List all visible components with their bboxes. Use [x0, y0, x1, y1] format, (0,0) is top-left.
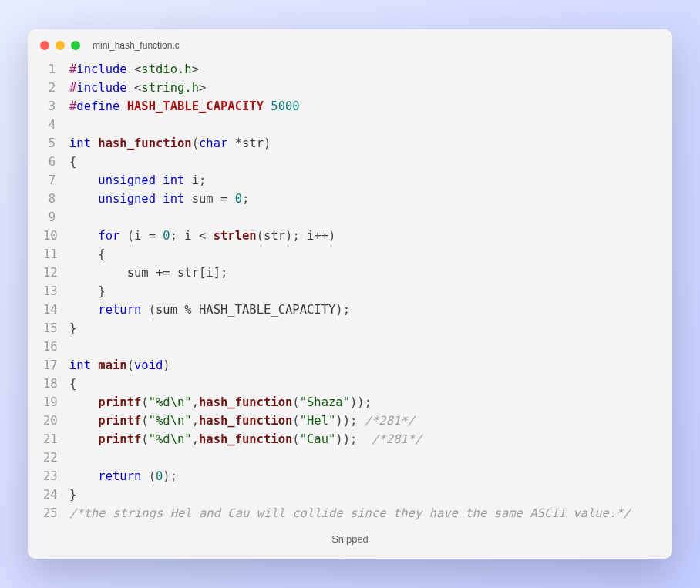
code-content[interactable]: #include <stdio.h>: [69, 60, 657, 79]
token-punct: (: [141, 303, 156, 317]
code-content[interactable]: #define HASH_TABLE_CAPACITY 5000: [69, 97, 657, 116]
token-fn: printf: [98, 395, 141, 409]
line-number: 18: [43, 375, 69, 393]
code-content[interactable]: {: [69, 375, 657, 393]
code-line[interactable]: 15}: [43, 319, 657, 338]
code-line[interactable]: 5int hash_function(char *str): [43, 134, 657, 153]
code-content[interactable]: [69, 338, 657, 356]
code-content[interactable]: [69, 208, 657, 227]
token-macro: HASH_TABLE_CAPACITY: [127, 99, 264, 113]
code-content[interactable]: return (0);: [69, 467, 657, 486]
zoom-icon[interactable]: [71, 41, 80, 50]
code-line[interactable]: 17int main(void): [43, 356, 657, 375]
code-content[interactable]: int hash_function(char *str): [69, 134, 657, 153]
editor-window: mini_hash_function.c 1#include <stdio.h>…: [28, 29, 672, 559]
token-cmt: /*the strings Hel and Cau will collide s…: [69, 506, 631, 520]
code-content[interactable]: unsigned int i;: [69, 171, 657, 190]
code-line[interactable]: 25/*the strings Hel and Cau will collide…: [43, 504, 657, 522]
token-kw: char: [199, 136, 227, 150]
token-kw: for: [98, 229, 119, 243]
code-content[interactable]: printf("%d\n",hash_function("Hel")); /*2…: [69, 412, 657, 430]
code-line[interactable]: 11 {: [43, 245, 657, 264]
code-content[interactable]: [69, 449, 657, 467]
token-id: i: [192, 173, 199, 187]
line-number: 16: [43, 338, 69, 356]
code-line[interactable]: 1#include <stdio.h>: [43, 60, 657, 79]
token-punct: [264, 99, 271, 113]
token-punct: ): [163, 358, 170, 372]
token-punct: ));: [350, 395, 372, 409]
code-content[interactable]: int main(void): [69, 356, 657, 375]
token-kw: int: [69, 358, 91, 372]
token-fn: hash_function: [199, 395, 292, 409]
code-line[interactable]: 12 sum += str[i];: [43, 264, 657, 282]
token-punct: [69, 432, 98, 446]
code-content[interactable]: for (i = 0; i < strlen(str); i++): [69, 227, 657, 245]
code-content[interactable]: {: [69, 153, 657, 171]
code-line[interactable]: 4: [43, 116, 657, 134]
code-line[interactable]: 8 unsigned int sum = 0;: [43, 190, 657, 208]
code-content[interactable]: printf("%d\n",hash_function("Shaza"));: [69, 393, 657, 412]
code-line[interactable]: 2#include <string.h>: [43, 79, 657, 97]
token-cmt: /*281*/: [365, 414, 415, 428]
token-kw: unsigned: [98, 173, 156, 187]
code-line[interactable]: 18{: [43, 375, 657, 393]
code-line[interactable]: 13 }: [43, 282, 657, 301]
code-line[interactable]: 23 return (0);: [43, 467, 657, 486]
code-area[interactable]: 1#include <stdio.h>2#include <string.h>3…: [28, 60, 672, 522]
token-id: HASH_TABLE_CAPACITY: [199, 303, 335, 317]
code-line[interactable]: 24}: [43, 486, 657, 504]
close-icon[interactable]: [40, 41, 49, 50]
code-content[interactable]: }: [69, 486, 657, 504]
token-punct: (: [141, 469, 156, 483]
line-number: 5: [43, 134, 69, 153]
code-line[interactable]: 6{: [43, 153, 657, 171]
code-line[interactable]: 10 for (i = 0; i < strlen(str); i++): [43, 227, 657, 245]
token-punct: [69, 192, 98, 206]
token-id: i: [184, 229, 191, 243]
token-fn: printf: [98, 432, 141, 446]
token-punct: (: [141, 432, 148, 446]
code-line[interactable]: 3#define HASH_TABLE_CAPACITY 5000: [43, 97, 657, 116]
line-number: 7: [43, 171, 69, 190]
token-kw: unsigned: [98, 192, 156, 206]
code-content[interactable]: {: [69, 245, 657, 264]
code-line[interactable]: 22: [43, 449, 657, 467]
code-content[interactable]: [69, 116, 657, 134]
token-punct: [91, 358, 98, 372]
code-content[interactable]: unsigned int sum = 0;: [69, 190, 657, 208]
token-punct: =: [141, 229, 163, 243]
code-line[interactable]: 14 return (sum % HASH_TABLE_CAPACITY);: [43, 301, 657, 319]
token-punct: [184, 173, 191, 187]
token-punct: ,: [192, 395, 199, 409]
code-line[interactable]: 9: [43, 208, 657, 227]
code-line[interactable]: 19 printf("%d\n",hash_function("Shaza"))…: [43, 393, 657, 412]
code-line[interactable]: 7 unsigned int i;: [43, 171, 657, 190]
token-punct: +=: [149, 266, 177, 280]
token-punct: [69, 266, 127, 280]
token-punct: [69, 229, 98, 243]
code-content[interactable]: return (sum % HASH_TABLE_CAPACITY);: [69, 301, 657, 319]
token-kw: return: [98, 469, 141, 483]
token-punct: [69, 173, 98, 187]
code-content[interactable]: sum += str[i];: [69, 264, 657, 282]
token-punct: [156, 192, 163, 206]
code-content[interactable]: printf("%d\n",hash_function("Cau")); /*2…: [69, 430, 657, 449]
code-line[interactable]: 21 printf("%d\n",hash_function("Cau")); …: [43, 430, 657, 449]
code-line[interactable]: 16: [43, 338, 657, 356]
code-content[interactable]: }: [69, 319, 657, 338]
token-punct: ,: [192, 414, 199, 428]
token-kw: define: [76, 99, 119, 113]
code-content[interactable]: #include <string.h>: [69, 79, 657, 97]
token-punct: (: [141, 414, 148, 428]
line-number: 3: [43, 97, 69, 116]
code-content[interactable]: /*the strings Hel and Cau will collide s…: [69, 504, 657, 522]
minimize-icon[interactable]: [56, 41, 65, 50]
line-number: 19: [43, 393, 69, 412]
token-punct: [69, 414, 98, 428]
token-id: str: [264, 229, 285, 243]
line-number: 4: [43, 116, 69, 134]
code-line[interactable]: 20 printf("%d\n",hash_function("Hel")); …: [43, 412, 657, 430]
code-content[interactable]: }: [69, 282, 657, 301]
token-punct: );: [335, 303, 350, 317]
